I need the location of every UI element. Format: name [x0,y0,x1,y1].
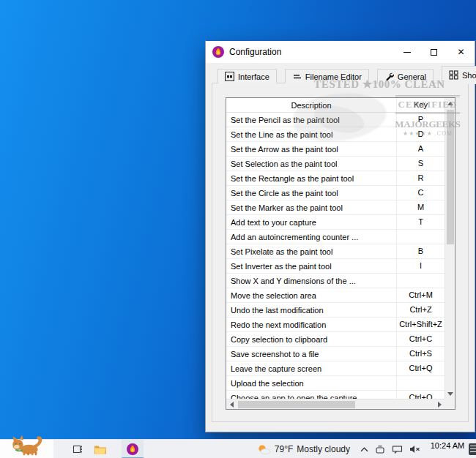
row-key [396,230,445,244]
table-row[interactable]: Add an autoincrementing counter ... [226,230,445,244]
action-center-button[interactable] [469,440,476,458]
table-row[interactable]: Set the Pencil as the paint tool P [226,113,445,127]
tab-filename-editor[interactable]: Filename Editor [285,69,369,83]
row-description: Set the Arrow as the paint tool [226,145,396,154]
tab-interface[interactable]: Interface [217,69,277,83]
wrench-icon [384,72,394,81]
row-key: Ctrl+M [396,288,445,302]
chevron-left-icon [230,402,234,408]
shortcut-rows: Set the Pencil as the paint tool P Set t… [226,113,445,399]
table-row[interactable]: Set the Arrow as the paint tool A [226,142,445,157]
table-row[interactable]: Set Pixelate as the paint tool B [226,244,445,259]
tray-device-icon[interactable] [375,445,385,454]
maximize-button[interactable] [420,41,447,63]
taskbar-clock[interactable]: 10:24 AM [426,440,469,458]
table-row[interactable]: Leave the capture screen Ctrl+Q [226,361,445,376]
row-key: Ctrl+C [396,332,445,346]
row-key: Ctrl+S [396,347,445,361]
row-key: I [396,259,445,273]
table-row[interactable]: Redo the next modification Ctrl+Shift+Z [226,318,445,332]
task-view-button[interactable] [66,440,88,458]
clock-time: 10:24 AM [426,441,469,451]
table-row[interactable]: Choose an app to open the capture Ctrl+O [226,391,445,399]
tab-label: Interface [238,72,269,81]
table-row[interactable]: Move the selection area Ctrl+M [226,288,445,303]
chevron-right-icon [438,402,442,408]
vertical-scroll-thumb[interactable] [447,110,454,244]
scroll-left-button[interactable] [226,399,237,410]
close-button[interactable]: ✕ [447,41,475,63]
row-key: Ctrl+O [396,391,445,399]
row-description: Set Pixelate as the paint tool [226,247,396,256]
horizontal-scrollbar[interactable] [226,399,445,409]
column-header-key: Key [396,98,445,112]
minimize-button[interactable] [393,41,420,63]
row-description: Leave the capture screen [226,364,396,373]
row-key: M [396,200,445,214]
shortcuts-grid-icon [449,70,458,80]
task-view-icon [72,445,82,454]
row-key: Ctrl+Q [396,361,445,375]
table-header-row: Description Key [226,98,445,113]
tab-label: Filename Editor [305,72,362,81]
table-row[interactable]: Set the Rectangle as the paint tool R [226,171,445,186]
tray-chevron-up-icon[interactable] [360,447,368,452]
row-key: Ctrl+Shift+Z [396,318,445,331]
row-description: Set the Marker as the paint tool [226,203,396,212]
file-explorer-button[interactable] [89,440,111,458]
volume-muted-icon[interactable] [409,445,420,454]
weather-temp: 79°F [275,444,293,454]
shortcuts-table: Description Key Set the Pencil as the pa… [226,97,455,410]
row-description: Show X and Y dimensions of the ... [226,277,396,285]
action-center-icon [469,443,476,455]
tab-shortcuts[interactable]: Shortcuts [442,66,476,83]
table-row[interactable]: Set the Line as the paint tool D [226,127,445,142]
weather-condition: Mostly cloudy [297,444,350,454]
maximize-icon [431,49,437,56]
row-key: D [396,127,445,141]
close-icon: ✕ [457,48,464,56]
row-key: C [396,186,445,200]
flameshot-taskbar-button[interactable] [122,440,144,458]
interface-icon [225,72,234,81]
weather-icon [256,443,271,455]
minimize-icon [404,52,411,53]
table-row[interactable]: Save screenshot to a file Ctrl+S [226,347,445,361]
row-description: Set Inverter as the paint tool [226,262,396,271]
table-row[interactable]: Copy selection to clipboard Ctrl+C [226,332,445,347]
start-button[interactable] [0,440,53,458]
scroll-down-button[interactable] [445,388,455,399]
row-key: P [396,113,445,127]
row-description: Set the Line as the paint tool [226,130,396,139]
window-title: Configuration [229,47,281,57]
scroll-right-button[interactable] [434,399,445,410]
titlebar[interactable]: Configuration ✕ [206,41,475,63]
taskbar: 79°F Mostly cloudy [0,439,476,458]
horizontal-scroll-thumb[interactable] [238,401,355,408]
table-row[interactable]: Show X and Y dimensions of the ... [226,274,445,288]
scroll-up-button[interactable] [445,98,455,108]
table-row[interactable]: Upload the selection [226,376,445,391]
row-description: Move the selection area [226,291,396,300]
tab-label: General [398,72,426,81]
table-row[interactable]: Set Selection as the paint tool S [226,157,445,171]
table-row[interactable]: Undo the last modification Ctrl+Z [226,303,445,318]
touch-keyboard-icon[interactable] [392,445,403,454]
flameshot-taskbar-icon [127,443,138,455]
row-key: T [396,215,445,229]
row-description: Set Selection as the paint tool [226,159,396,168]
row-description: Save screenshot to a file [226,350,396,358]
column-header-description: Description [226,101,396,110]
row-description: Add an autoincrementing counter ... [226,233,396,241]
tab-general[interactable]: General [377,69,434,83]
weather-widget[interactable]: 79°F Mostly cloudy [256,443,350,455]
table-row[interactable]: Set Inverter as the paint tool I [226,259,445,274]
table-row[interactable]: Set the Marker as the paint tool M [226,200,445,215]
row-key [396,274,445,288]
table-row[interactable]: Add text to your capture T [226,215,445,230]
row-key: Ctrl+Z [396,303,445,317]
row-description: Undo the last modification [226,306,396,315]
row-key: B [396,244,445,258]
vertical-scrollbar[interactable] [445,98,455,399]
table-row[interactable]: Set the Circle as the paint tool C [226,186,445,200]
